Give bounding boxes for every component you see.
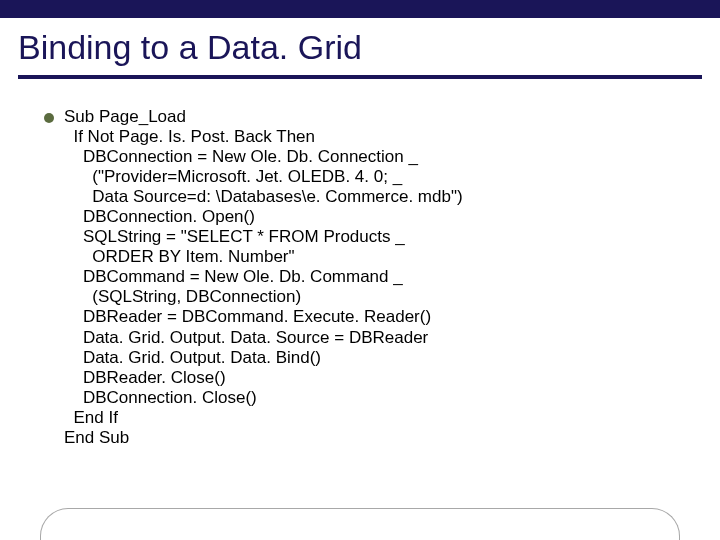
header-bar [0, 0, 720, 18]
bullet-icon [44, 113, 54, 123]
slide-title: Binding to a Data. Grid [0, 18, 720, 75]
footer-curve [40, 508, 680, 540]
code-block: Sub Page_Load If Not Page. Is. Post. Bac… [64, 107, 700, 448]
content-area: Sub Page_Load If Not Page. Is. Post. Bac… [0, 79, 720, 448]
